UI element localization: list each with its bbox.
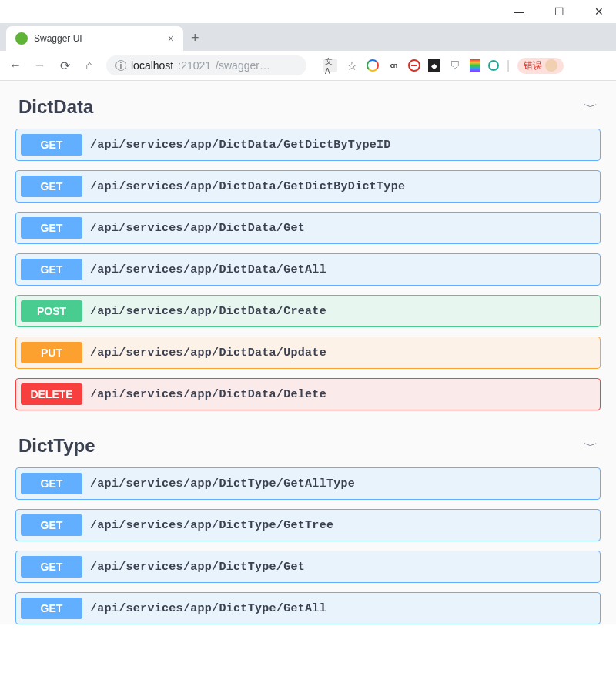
tag-section: DictType﹀GET/api/services/app/DictType/G… [0,420,616,624]
http-method-badge: GET [21,598,82,619]
operation-path: /api/services/app/DictData/GetAll [90,263,326,276]
http-method-badge: PUT [21,342,82,363]
url-host: localhost [131,59,173,72]
http-method-badge: GET [21,217,82,239]
swagger-favicon-icon [15,32,28,45]
http-method-badge: GET [21,134,82,156]
operation-block[interactable]: GET/api/services/app/DictType/GetTree [15,509,601,541]
operation-block[interactable]: GET/api/services/app/DictData/GetDictByT… [15,129,601,161]
extension-dark-square-icon[interactable]: ◆ [428,59,440,72]
tag-header[interactable]: DictData﹀ [15,89,601,129]
bookmark-star-icon[interactable]: ☆ [345,59,359,72]
forward-button[interactable]: → [32,59,48,72]
extension-teal-circle-icon[interactable] [488,60,499,71]
http-method-badge: GET [21,259,82,280]
http-method-badge: DELETE [21,383,82,405]
tag-header[interactable]: DictType﹀ [15,427,601,467]
operation-path: /api/services/app/DictType/GetAll [90,602,326,615]
extension-red-circle-icon[interactable] [408,59,420,72]
extension-cntv-icon[interactable]: cn [387,59,400,72]
close-window-button[interactable]: ✕ [588,5,610,18]
tab-title: Swagger UI [34,33,162,44]
error-label: 错误 [524,59,542,72]
extension-colorful-circle-icon[interactable] [367,59,379,72]
http-method-badge: GET [21,556,82,578]
reload-button[interactable]: ⟳ [57,59,72,73]
browser-chrome: — ☐ ✕ Swagger UI × + ← → ⟳ ⌂ i localhost… [0,0,616,81]
tag-name: DictType [18,435,95,457]
tab-bar: Swagger UI × + [0,23,616,51]
operation-block[interactable]: GET/api/services/app/DictData/Get [15,212,601,244]
back-button[interactable]: ← [8,59,23,72]
new-tab-button[interactable]: + [183,25,207,51]
swagger-content: DictData﹀GET/api/services/app/DictData/G… [0,81,616,624]
operation-block[interactable]: GET/api/services/app/DictType/GetAllType [15,467,601,500]
operation-block[interactable]: PUT/api/services/app/DictData/Update [15,336,601,369]
http-method-badge: POST [21,300,82,322]
operation-block[interactable]: DELETE/api/services/app/DictData/Delete [15,378,601,410]
operation-path: /api/services/app/DictData/GetDictByDict… [90,180,405,193]
http-method-badge: GET [21,473,82,494]
home-button[interactable]: ⌂ [82,59,97,72]
operation-path: /api/services/app/DictData/Create [90,305,326,318]
operation-path: /api/services/app/DictData/Update [90,347,326,360]
window-controls: — ☐ ✕ [0,0,616,23]
tag-section: DictData﹀GET/api/services/app/DictData/G… [0,81,616,410]
operation-block[interactable]: GET/api/services/app/DictData/GetDictByD… [15,170,601,203]
profile-avatar-icon [545,59,557,72]
operation-path: /api/services/app/DictType/GetTree [90,519,333,532]
extension-icons: 文A ☆ cn ◆ ⛉ | 错误 [316,58,564,74]
tag-name: DictData [18,96,93,118]
operation-block[interactable]: GET/api/services/app/DictType/Get [15,551,601,583]
url-field[interactable]: i localhost:21021/swagger… [106,55,306,75]
extension-shield-icon[interactable]: ⛉ [448,59,462,72]
url-path: /swagger… [216,59,270,72]
operation-path: /api/services/app/DictType/GetAllType [90,477,355,491]
address-bar-row: ← → ⟳ ⌂ i localhost:21021/swagger… 文A ☆ … [0,51,616,80]
chevron-down-icon: ﹀ [584,101,598,114]
extension-rainbow-icon[interactable] [470,59,480,72]
error-badge[interactable]: 错误 [517,58,564,74]
site-info-icon[interactable]: i [116,60,126,71]
operation-block[interactable]: GET/api/services/app/DictData/GetAll [15,253,601,286]
minimize-button[interactable]: — [508,5,530,18]
operation-path: /api/services/app/DictData/GetDictByType… [90,139,391,152]
url-port: :21021 [178,59,211,72]
browser-tab[interactable]: Swagger UI × [6,26,183,51]
operation-block[interactable]: POST/api/services/app/DictData/Create [15,295,601,327]
close-tab-button[interactable]: × [168,32,174,45]
operation-path: /api/services/app/DictData/Get [90,222,305,235]
chevron-down-icon: ﹀ [584,440,598,453]
operation-path: /api/services/app/DictType/Get [90,561,305,574]
translate-icon[interactable]: 文A [323,59,337,72]
operation-block[interactable]: GET/api/services/app/DictType/GetAll [15,592,601,624]
maximize-button[interactable]: ☐ [548,5,570,18]
http-method-badge: GET [21,176,82,197]
operation-path: /api/services/app/DictData/Delete [90,388,326,401]
http-method-badge: GET [21,514,82,536]
